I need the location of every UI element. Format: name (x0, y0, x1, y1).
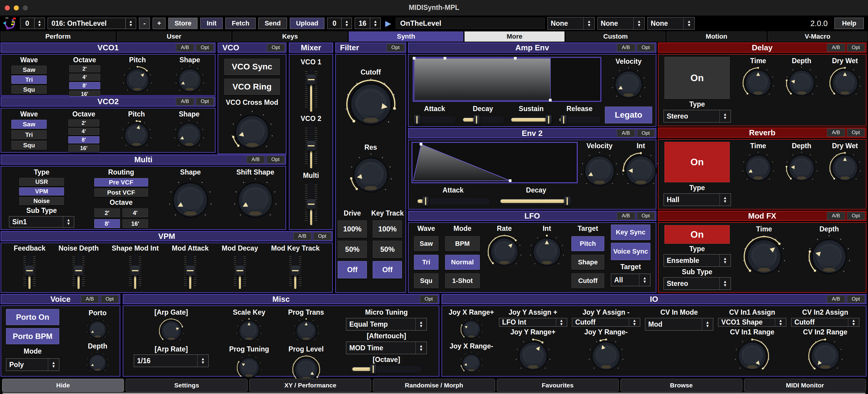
ampenv-attack-slider[interactable] (413, 116, 457, 124)
modfx-opt-button[interactable]: Opt (847, 212, 865, 220)
bank-stepper[interactable]: 0 ▲▼ (20, 18, 45, 29)
ampenv-sustain-slider[interactable] (509, 116, 553, 124)
voice-depth-knob[interactable] (86, 352, 109, 374)
send-button[interactable]: Send (258, 18, 287, 29)
multi-type-vpm[interactable]: VPM (19, 187, 64, 195)
multi-routing-prevcf[interactable]: Pre VCF (94, 178, 148, 186)
io-joyy-assign-minus-arrows[interactable]: ▲▼ (629, 318, 640, 326)
vco2-octave-2[interactable]: 2' (68, 119, 99, 127)
misc-arp-rate-arrows[interactable]: ▲▼ (197, 355, 208, 367)
filter-cutoff-knob[interactable] (344, 78, 398, 131)
multi-type-usr[interactable]: USR (19, 178, 64, 186)
multi-octave-4[interactable]: 4' (122, 208, 148, 217)
multi-ab-button[interactable]: A/B (247, 156, 264, 163)
lfo-target-pitch[interactable]: Pitch (571, 236, 604, 251)
assign-2-arrows[interactable]: ▲▼ (633, 18, 644, 29)
vco1-octave-8[interactable]: 8' (69, 82, 100, 89)
lfo-key-sync-button[interactable]: Key Sync (611, 224, 650, 240)
filter-drive-100[interactable]: 100% (338, 220, 367, 238)
voice-mode-arrows[interactable]: ▲▼ (48, 359, 59, 371)
vpm-opt-button[interactable]: Opt (313, 232, 331, 240)
misc-arp-gate-knob[interactable] (158, 317, 184, 344)
vpm-feedback-slider[interactable] (23, 253, 36, 290)
midi-channel-arrows[interactable]: ▲▼ (341, 18, 352, 29)
io-cv1-range-knob[interactable] (734, 338, 770, 374)
play-icon[interactable]: ▶ (383, 19, 393, 28)
lfo-voice-sync-button[interactable]: Voice Sync (611, 243, 650, 260)
assign-dropdown-1[interactable]: None ▲▼ (548, 17, 595, 30)
vco1-shape-knob[interactable] (175, 65, 205, 95)
tab-vmacro[interactable]: V-Macro (768, 31, 867, 41)
io-joyy-minus-knob[interactable] (588, 338, 624, 374)
reverb-ab-button[interactable]: A/B (827, 129, 845, 137)
io-cv-mode-arrows[interactable]: ▲▼ (702, 318, 713, 330)
tab-motion[interactable]: Motion (666, 31, 766, 41)
favourites-button[interactable]: Favourites (497, 379, 619, 392)
store-button[interactable]: Store (168, 18, 197, 29)
lfo-target2-arrows[interactable]: ▲▼ (639, 274, 650, 286)
tab-perform[interactable]: Perform (1, 31, 116, 41)
assign-dropdown-2[interactable]: None ▲▼ (597, 17, 645, 30)
xy-performance-button[interactable]: XY / Performance (249, 379, 371, 392)
delay-drywet-knob[interactable] (828, 66, 862, 100)
vco2-octave-8[interactable]: 8' (68, 136, 99, 143)
voice-porto-knob[interactable] (86, 318, 109, 341)
settings-button[interactable]: Settings (126, 379, 248, 392)
io-cv2-assign-arrows[interactable]: ▲▼ (848, 318, 859, 326)
modfx-subtype-dropdown[interactable]: Stereo ▲▼ (663, 277, 731, 290)
delay-type-dropdown[interactable]: Stereo ▲▼ (663, 110, 731, 122)
io-opt-button[interactable]: Opt (847, 295, 865, 303)
bank-stepper-arrows[interactable]: ▲▼ (34, 18, 44, 29)
mixer-vco1-slider[interactable] (305, 68, 317, 113)
io-joyy-assign-minus-dropdown[interactable]: Cutoff ▲▼ (572, 318, 640, 327)
modfx-type-dropdown[interactable]: Ensemble ▲▼ (663, 254, 731, 267)
vco-ring-button[interactable]: VCO Ring (224, 79, 280, 95)
filter-keytrack-50[interactable]: 50% (373, 241, 402, 258)
vco2-ab-button[interactable]: A/B (176, 98, 194, 105)
multi-subtype-dropdown[interactable]: Sin1 ▲▼ (9, 216, 74, 228)
vpm-ab-button[interactable]: A/B (293, 232, 311, 240)
vco-sync-button[interactable]: VCO Sync (224, 59, 280, 75)
multi-routing-postvcf[interactable]: Post VCF (94, 188, 148, 197)
misc-octave-slider[interactable] (350, 365, 422, 373)
vco2-wave-tri[interactable]: Tri (11, 130, 47, 139)
voice-mode-dropdown[interactable]: Poly ▲▼ (6, 358, 59, 371)
patch-name-field[interactable]: OnTheLevel (396, 18, 545, 29)
preset-selector[interactable]: 016: OnTheLevel ▲▼ (48, 18, 136, 29)
io-cv-mode-dropdown[interactable]: Mod ▲▼ (645, 318, 713, 331)
vpm-mod-attack-slider[interactable] (184, 253, 196, 290)
vco1-wave-tri[interactable]: Tri (11, 75, 47, 84)
io-joyy-plus-knob[interactable] (515, 338, 551, 374)
vco2-wave-saw[interactable]: Saw (11, 120, 47, 129)
filter-drive-50[interactable]: 50% (338, 241, 367, 258)
vco2-pitch-knob[interactable] (121, 119, 152, 151)
voice-porto-bpm-button[interactable]: Porto BPM (6, 328, 59, 344)
vco2-opt-button[interactable]: Opt (196, 98, 214, 105)
lfo-rate-knob[interactable] (486, 234, 522, 270)
reverb-type-dropdown[interactable]: Hall ▲▼ (663, 193, 731, 206)
ampenv-legato-button[interactable]: Legato (605, 107, 652, 123)
lfo-wave-tri[interactable]: Tri (414, 255, 438, 270)
env2-ab-button[interactable]: A/B (617, 129, 634, 137)
vco2-shape-knob[interactable] (174, 119, 205, 151)
fetch-button[interactable]: Fetch (225, 18, 256, 29)
misc-prog-trans-knob[interactable] (293, 317, 319, 344)
io-cv1-assign-dropdown[interactable]: VCO1 Shape ▲▼ (718, 318, 786, 327)
lfo-mode-1shot[interactable]: 1-Shot (445, 273, 480, 288)
io-joyx-plus-knob[interactable] (460, 317, 483, 341)
voice-ab-button[interactable]: A/B (81, 295, 98, 303)
multi-type-noise[interactable]: Noise (19, 197, 64, 205)
misc-micro-tuning-dropdown[interactable]: Equal Temp ▲▼ (346, 318, 427, 331)
reverb-on-button[interactable]: On (664, 142, 730, 182)
help-button[interactable]: Help (835, 18, 864, 29)
modfx-type-arrows[interactable]: ▲▼ (719, 254, 731, 267)
misc-prog-tuning-knob[interactable] (236, 355, 262, 381)
lfo-ab-button[interactable]: A/B (617, 212, 634, 220)
vco2-octave-4[interactable]: 4' (68, 128, 99, 135)
misc-micro-tuning-arrows[interactable]: ▲▼ (415, 318, 427, 330)
init-button[interactable]: Init (200, 18, 223, 29)
assign-dropdown-3[interactable]: None ▲▼ (647, 17, 695, 30)
vco1-octave-2[interactable]: 2' (69, 65, 100, 72)
modfx-depth-knob[interactable] (807, 235, 851, 279)
midi-monitor-button[interactable]: MIDI Monitor (744, 379, 866, 392)
